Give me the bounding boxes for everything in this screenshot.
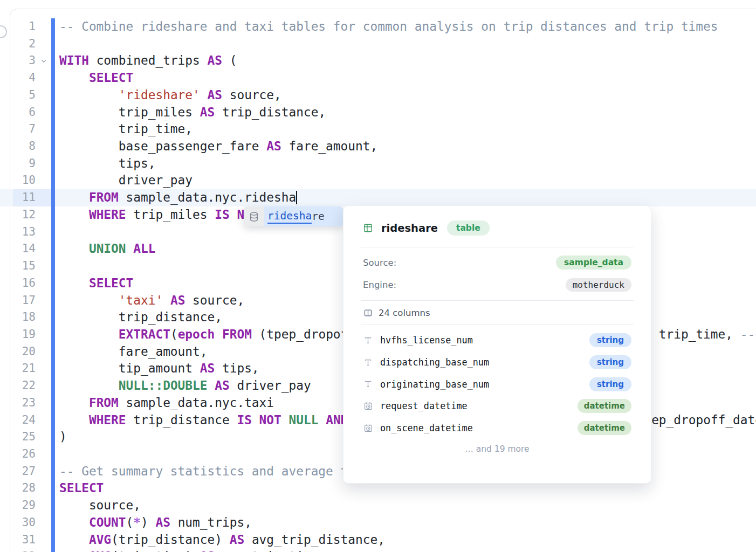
text-type-icon [363, 380, 373, 389]
code-text: NULL::DOUBLE AS driver_pay [59, 377, 311, 395]
line-number: 21 [0, 360, 36, 377]
line-number: 20 [0, 343, 36, 361]
code-line[interactable]: 30 COUNT(*) AS num_trips, [0, 514, 756, 532]
code-text: 'rideshare' AS source, [59, 87, 281, 104]
column-info: originating_base_num [363, 379, 489, 390]
code-text: SELECT [59, 480, 104, 497]
code-text: -- Combine rideshare and taxi tables for… [59, 18, 718, 36]
code-text: UNION ALL [59, 240, 155, 258]
engine-badge: motherduck [566, 278, 631, 292]
line-number: 6 [0, 104, 36, 121]
code-line[interactable]: 29 source, [0, 497, 756, 514]
table-info-popover: rideshare table Source: sample_data Engi… [343, 205, 651, 484]
code-line[interactable]: 32 AVG(trip_time) AS avg_trip_time, [0, 548, 756, 552]
code-line[interactable]: 11 FROM sample_data.nyc.ridesha [0, 189, 756, 206]
code-text: SELECT [59, 70, 133, 87]
column-list-item[interactable]: dispatching_base_numstring [343, 351, 651, 374]
code-text: tips, [59, 155, 155, 172]
line-number: 9 [0, 155, 36, 172]
popover-header: rideshare table [343, 206, 651, 247]
column-name: originating_base_num [380, 379, 489, 390]
code-line[interactable]: 4 SELECT [0, 70, 756, 87]
column-type-badge: string [589, 355, 631, 369]
line-number: 4 [0, 70, 36, 87]
column-list: hvfhs_license_numstringdispatching_base_… [343, 329, 651, 439]
more-columns-label: … and 19 more [343, 439, 651, 454]
line-number: 24 [0, 412, 36, 429]
autocomplete-dropdown[interactable]: rideshare [244, 206, 343, 226]
chevron-down-icon[interactable] [40, 53, 50, 68]
line-number: 5 [0, 87, 36, 104]
line-number: 27 [0, 463, 36, 480]
column-name: hvfhs_license_num [380, 335, 473, 346]
code-line[interactable]: 2 [0, 36, 756, 53]
line-number: 11 [0, 189, 36, 206]
line-number: 17 [0, 292, 36, 309]
code-line[interactable]: 7 trip_time, [0, 121, 756, 138]
code-text: AVG(trip_time) AS avg_trip_time, [59, 548, 326, 552]
code-text: WITH combined_trips AS ( [59, 52, 237, 70]
code-line[interactable]: 5 'rideshare' AS source, [0, 87, 756, 104]
column-list-item[interactable]: hvfhs_license_numstring [343, 329, 651, 351]
line-number: 28 [0, 480, 36, 497]
column-info: dispatching_base_num [363, 357, 489, 368]
text-cursor [296, 191, 297, 204]
code-text: trip_distance, [59, 309, 222, 326]
line-number: 26 [0, 446, 36, 463]
line-number: 22 [0, 377, 36, 395]
column-list-item[interactable]: request_datetimedatetime [343, 395, 651, 417]
code-line[interactable]: 3WITH combined_trips AS ( [0, 52, 756, 70]
code-text: base_passenger_fare AS fare_amount, [59, 138, 377, 155]
line-number: 12 [0, 206, 36, 224]
code-line[interactable]: 31 AVG(trip_distance) AS avg_trip_distan… [0, 532, 756, 549]
line-number: 29 [0, 497, 36, 514]
column-list-item[interactable]: originating_base_numstring [343, 373, 651, 395]
line-number: 2 [0, 36, 36, 53]
code-text: AVG(trip_distance) AS avg_trip_distance, [59, 532, 385, 549]
source-row: Source: sample_data [343, 247, 651, 270]
column-name: on_scene_datetime [380, 423, 473, 433]
code-text: fare_amount, [59, 343, 208, 361]
line-number: 25 [0, 429, 36, 446]
code-line[interactable]: 9 tips, [0, 155, 756, 172]
line-number: 13 [0, 224, 36, 241]
line-number: 3 [0, 52, 36, 70]
line-number: 18 [0, 309, 36, 326]
line-number: 19 [0, 326, 36, 343]
datetime-icon [363, 401, 373, 411]
engine-row: Engine: motherduck [343, 270, 651, 300]
column-list-item[interactable]: on_scene_datetimedatetime [343, 417, 651, 439]
code-text: driver_pay [59, 172, 193, 189]
column-type-badge: datetime [578, 399, 631, 413]
source-badge: sample_data [556, 256, 631, 270]
popup-title: rideshare [381, 222, 438, 234]
line-number: 15 [0, 258, 36, 275]
line-number: 31 [0, 532, 36, 549]
line-number: 16 [0, 275, 36, 292]
database-icon [244, 206, 264, 226]
autocomplete-match-text: ridesha [267, 210, 312, 224]
code-line[interactable]: 8 base_passenger_fare AS fare_amount, [0, 138, 756, 155]
git-change-bar [51, 18, 55, 552]
code-line[interactable]: 6 trip_miles AS trip_distance, [0, 104, 756, 121]
line-number: 8 [0, 138, 36, 155]
divider [361, 325, 634, 325]
source-label: Source: [363, 258, 396, 268]
datetime-icon [363, 423, 373, 433]
code-text: FROM sample_data.nyc.taxi [59, 395, 274, 412]
code-text: COUNT(*) AS num_trips, [59, 514, 252, 532]
code-text: 'taxi' AS source, [59, 292, 244, 309]
code-line[interactable]: 1-- Combine rideshare and taxi tables fo… [0, 18, 756, 36]
column-info: on_scene_datetime [363, 423, 473, 433]
text-type-icon [363, 336, 373, 345]
line-number: 30 [0, 514, 36, 532]
line-number: 7 [0, 121, 36, 138]
code-text: ) [59, 429, 67, 446]
code-text: trip_time, [59, 121, 193, 138]
column-name: request_datetime [380, 401, 468, 411]
columns-icon [363, 308, 373, 318]
autocomplete-item-rideshare[interactable]: rideshare [264, 206, 343, 226]
code-line[interactable]: 10 driver_pay [0, 172, 756, 189]
code-text: SELECT [59, 275, 133, 292]
line-number: 14 [0, 240, 36, 258]
